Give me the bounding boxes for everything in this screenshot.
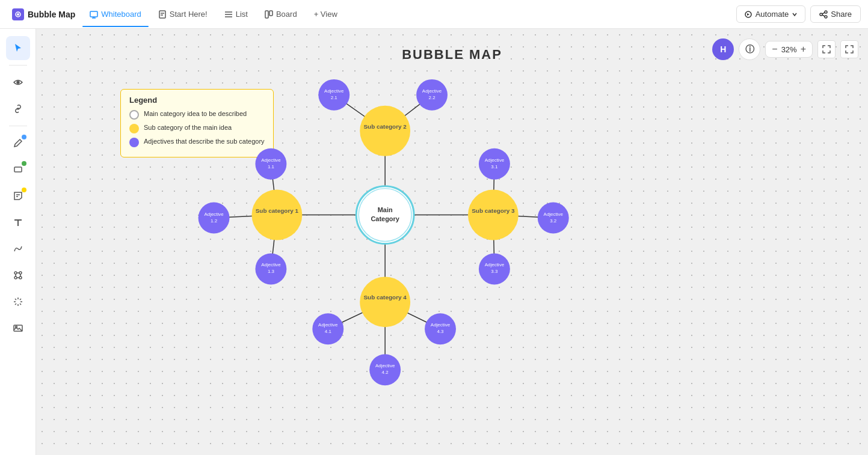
sticky-note-tool[interactable]	[6, 184, 30, 208]
svg-line-39	[15, 304, 16, 305]
top-navigation: Bubble Map Whiteboard Start Here! List B…	[0, 0, 868, 29]
pen-tool[interactable]	[6, 131, 30, 155]
tab-board[interactable]: Board	[257, 6, 304, 22]
tab-list[interactable]: List	[217, 6, 255, 22]
pen-icon	[13, 138, 23, 148]
svg-point-14	[825, 11, 827, 13]
svg-text:3.2: 3.2	[550, 218, 557, 224]
svg-point-26	[19, 272, 22, 274]
svg-text:Sub category 4: Sub category 4	[363, 294, 407, 301]
svg-text:Sub category 1: Sub category 1	[256, 207, 299, 214]
svg-text:Adjective: Adjective	[422, 88, 442, 94]
svg-text:4.3: 4.3	[437, 329, 444, 334]
svg-text:Adjective: Adjective	[324, 88, 344, 94]
connect-tool[interactable]	[6, 263, 30, 287]
svg-text:4.2: 4.2	[382, 370, 389, 375]
image-icon	[13, 323, 23, 333]
tab-board-label: Board	[276, 10, 297, 19]
canvas-area[interactable]: H ⓘ − 32% + BUBBLE MAP Legend Main categ…	[36, 29, 868, 455]
svg-text:Sub category 3: Sub category 3	[472, 207, 515, 214]
svg-text:Adjective: Adjective	[485, 262, 505, 267]
app-name: Bubble Map	[28, 10, 75, 19]
freehand-icon	[13, 244, 23, 254]
board-icon	[265, 10, 273, 19]
magic-icon	[13, 297, 23, 307]
svg-point-28	[19, 276, 22, 279]
svg-text:Adjective: Adjective	[375, 363, 395, 368]
link-icon	[13, 104, 23, 114]
svg-point-15	[820, 13, 822, 16]
magic-tool[interactable]	[6, 290, 30, 314]
text-icon	[13, 218, 23, 227]
sticky-color-dot	[22, 188, 26, 192]
rect-color-dot	[22, 161, 26, 166]
svg-text:Adjective: Adjective	[204, 212, 224, 217]
svg-text:Adjective: Adjective	[261, 157, 281, 163]
tool-divider-1	[9, 65, 27, 66]
logo-icon	[12, 8, 24, 20]
svg-text:3.1: 3.1	[491, 164, 498, 169]
pointer-tool[interactable]	[6, 36, 30, 60]
svg-point-19	[17, 81, 19, 84]
svg-point-1	[17, 13, 19, 16]
svg-text:Adjective: Adjective	[318, 322, 338, 328]
shape-ai-tool[interactable]	[6, 70, 30, 94]
tab-start-here[interactable]: Start Here!	[151, 6, 215, 22]
tab-list-label: List	[236, 10, 248, 19]
svg-text:1.1: 1.1	[268, 164, 275, 169]
image-tool[interactable]	[6, 316, 30, 340]
svg-text:1.2: 1.2	[211, 218, 218, 224]
main-layout: H ⓘ − 32% + BUBBLE MAP Legend Main categ…	[0, 29, 868, 455]
svg-text:Sub category 2: Sub category 2	[363, 123, 407, 130]
tool-divider-2	[9, 126, 27, 126]
svg-point-27	[14, 276, 17, 279]
pen-color-dot	[22, 135, 26, 139]
svg-text:2.1: 2.1	[331, 95, 338, 100]
share-button[interactable]: Share	[810, 5, 861, 23]
svg-rect-20	[14, 167, 22, 172]
text-tool[interactable]	[6, 210, 30, 234]
app-logo: Bubble Map	[7, 8, 80, 20]
connect-icon	[13, 270, 23, 280]
link-tool[interactable]	[6, 97, 30, 121]
svg-text:4.1: 4.1	[325, 329, 332, 334]
svg-rect-2	[90, 11, 97, 17]
svg-point-16	[825, 16, 827, 18]
shape-ai-icon	[13, 77, 23, 88]
svg-point-66	[468, 190, 519, 240]
svg-text:Adjective: Adjective	[485, 157, 505, 163]
automate-icon	[744, 10, 753, 19]
whiteboard-icon	[90, 10, 98, 19]
tab-start-here-label: Start Here!	[170, 10, 208, 19]
automate-button[interactable]: Automate	[736, 5, 806, 23]
tab-whiteboard-label: Whiteboard	[101, 10, 141, 19]
rectangle-icon	[13, 165, 23, 174]
freehand-tool[interactable]	[6, 237, 30, 261]
share-icon	[819, 10, 828, 19]
svg-line-40	[20, 299, 21, 300]
svg-point-25	[14, 272, 17, 274]
svg-text:Category: Category	[371, 215, 399, 222]
rectangle-tool[interactable]	[6, 157, 30, 182]
chevron-down-icon	[792, 11, 798, 17]
svg-line-17	[822, 13, 825, 14]
svg-line-18	[822, 15, 825, 16]
bubble-map-svg: Main Category Sub category 1 Sub categor…	[36, 29, 868, 455]
pointer-icon	[13, 43, 23, 53]
svg-text:2.2: 2.2	[429, 95, 436, 100]
svg-point-62	[251, 190, 302, 240]
tab-add-view[interactable]: + View	[307, 6, 345, 22]
svg-text:Main: Main	[378, 206, 393, 213]
svg-text:Adjective: Adjective	[261, 262, 281, 267]
svg-text:3.3: 3.3	[491, 269, 498, 274]
svg-text:1.3: 1.3	[268, 269, 275, 274]
svg-line-37	[15, 299, 16, 300]
document-icon	[158, 10, 167, 19]
svg-rect-5	[159, 11, 165, 18]
tab-whiteboard[interactable]: Whiteboard	[82, 6, 148, 22]
left-toolbar	[0, 29, 36, 455]
svg-text:Adjective: Adjective	[544, 212, 564, 217]
svg-point-68	[360, 276, 410, 327]
svg-point-64	[360, 106, 410, 156]
svg-rect-11	[265, 11, 268, 18]
